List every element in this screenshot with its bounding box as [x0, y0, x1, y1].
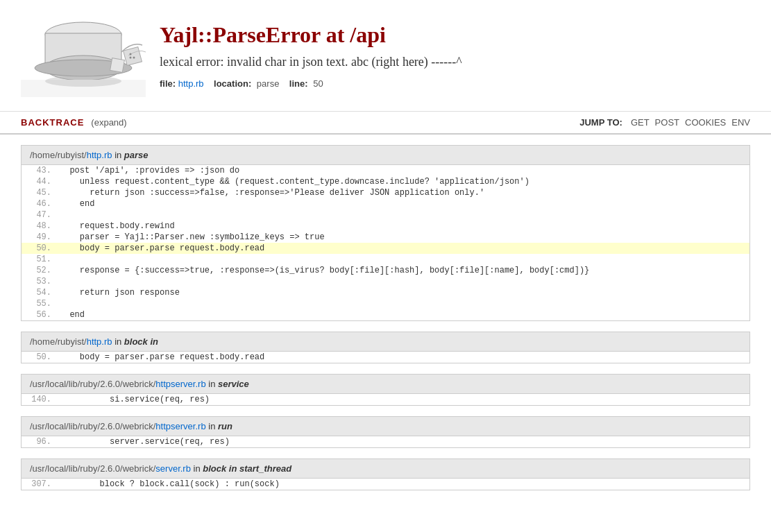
line-number: 43.	[22, 166, 60, 175]
line-number: 44.	[22, 177, 60, 187]
jump-get[interactable]: GET	[631, 117, 650, 128]
svg-point-10	[130, 57, 132, 59]
trace-section-header: /usr/local/lib/ruby/2.6.0/webrick/server…	[21, 458, 750, 479]
error-title: Yajl::ParseError at /api	[160, 22, 750, 48]
line-content: return json response	[60, 288, 749, 298]
trace-section-header: /home/rubyist/http.rb in parse	[21, 145, 750, 165]
line-content: response = {:success=>true, :response=>(…	[60, 266, 749, 275]
line-number: 307.	[22, 479, 60, 489]
error-message: lexical error: invalid char in json text…	[160, 53, 750, 71]
svg-rect-6	[124, 47, 142, 66]
line-number: 55.	[22, 299, 60, 309]
code-line: 55.	[22, 298, 749, 309]
line-content: block ? block.call(sock) : run(sock)	[60, 479, 749, 489]
file-label: file:	[160, 78, 176, 89]
code-line: 140. si.service(req, res)	[22, 394, 749, 405]
nav-right: JUMP TO: GET POST COOKIES ENV	[579, 117, 750, 128]
code-block: 96. server.service(req, res)	[21, 436, 750, 448]
line-label: line:	[289, 78, 308, 89]
line-number: 51.	[22, 255, 60, 264]
file-link[interactable]: http.rb	[178, 78, 204, 89]
line-content: return json :success=>false, :response=>…	[60, 188, 749, 198]
trace-method: parse	[124, 150, 149, 160]
trace-path: /home/rubyist/http.rb	[30, 336, 112, 347]
jump-to-label: JUMP TO:	[579, 117, 622, 128]
trace-path: /usr/local/lib/ruby/2.6.0/webrick/server…	[30, 463, 191, 474]
line-number: 53.	[22, 277, 60, 286]
trace-path: /usr/local/lib/ruby/2.6.0/webrick/httpse…	[30, 421, 206, 431]
line-number: 96.	[22, 437, 60, 447]
code-line: 43. post '/api', :provides => :json do	[22, 165, 749, 176]
line-number: 47.	[22, 210, 60, 220]
code-line: 50. body = parser.parse request.body.rea…	[22, 352, 749, 363]
location-label: location:	[214, 78, 251, 89]
code-line: 52. response = {:success=>true, :respons…	[22, 265, 749, 276]
trace-section-header: /home/rubyist/http.rb in block in	[21, 332, 750, 352]
code-line: 47.	[22, 209, 749, 221]
line-content: unless request.content_type && (request.…	[60, 177, 749, 187]
code-block: 140. si.service(req, res)	[21, 394, 750, 406]
line-content: server.service(req, res)	[60, 437, 749, 447]
line-number: 48.	[22, 221, 60, 231]
line-number: 140.	[22, 395, 60, 404]
svg-point-5	[45, 76, 121, 87]
sinatra-logo	[21, 14, 146, 97]
line-number: 56.	[22, 310, 60, 320]
line-number: 50.	[22, 243, 60, 253]
line-content: post '/api', :provides => :json do	[60, 166, 749, 175]
file-info: file: http.rb location: parse line: 50	[160, 78, 750, 89]
trace-method: run	[218, 421, 232, 431]
line-number: 50.	[22, 352, 60, 362]
trace-path: /usr/local/lib/ruby/2.6.0/webrick/httpse…	[30, 379, 206, 389]
svg-point-8	[130, 53, 132, 55]
error-info: Yajl::ParseError at /api lexical error: …	[160, 22, 750, 88]
trace-file-link[interactable]: server.rb	[155, 463, 191, 474]
trace-file-link[interactable]: httpserver.rb	[155, 421, 205, 431]
line-number: 46.	[22, 199, 60, 209]
code-line: 307. block ? block.call(sock) : run(sock…	[22, 479, 749, 490]
code-line: 46. end	[22, 198, 749, 209]
trace-method: service	[218, 379, 249, 389]
code-line: 54. return json response	[22, 287, 749, 298]
svg-rect-7	[110, 58, 125, 73]
line-content: end	[60, 310, 749, 320]
code-block: 307. block ? block.call(sock) : run(sock…	[21, 479, 750, 490]
code-line: 48. request.body.rewind	[22, 221, 749, 232]
code-line: 51.	[22, 254, 749, 265]
backtrace-label[interactable]: BACKTRACE	[21, 117, 84, 128]
line-number: 45.	[22, 188, 60, 198]
jump-post[interactable]: POST	[655, 117, 679, 128]
line-content: parser = Yajl::Parser.new :symbolize_key…	[60, 232, 749, 242]
code-line: 50. body = parser.parse request.body.rea…	[22, 243, 749, 254]
trace-section-header: /usr/local/lib/ruby/2.6.0/webrick/httpse…	[21, 416, 750, 436]
trace-method: block in	[124, 336, 158, 347]
code-block: 43. post '/api', :provides => :json do44…	[21, 165, 750, 321]
error-header: Yajl::ParseError at /api lexical error: …	[0, 0, 771, 112]
expand-link[interactable]: (expand)	[91, 117, 126, 128]
code-line: 44. unless request.content_type && (requ…	[22, 176, 749, 187]
line-content: end	[60, 199, 749, 209]
code-line: 96. server.service(req, res)	[22, 436, 749, 447]
line-content: request.body.rewind	[60, 221, 749, 231]
trace-file-link[interactable]: http.rb	[87, 336, 112, 347]
nav-bar: BACKTRACE (expand) JUMP TO: GET POST COO…	[0, 112, 771, 135]
nav-left: BACKTRACE (expand)	[21, 117, 127, 128]
line-content: si.service(req, res)	[60, 395, 749, 404]
trace-file-link[interactable]: http.rb	[87, 150, 112, 160]
line-content: body = parser.parse request.body.read	[60, 243, 749, 253]
line-number: 52.	[22, 266, 60, 275]
code-line: 45. return json :success=>false, :respon…	[22, 187, 749, 198]
jump-env[interactable]: ENV	[731, 117, 750, 128]
line-value: 50	[313, 78, 323, 89]
line-content: body = parser.parse request.body.read	[60, 352, 749, 362]
code-line: 56. end	[22, 309, 749, 320]
trace-file-link[interactable]: httpserver.rb	[155, 379, 205, 389]
trace-path: /home/rubyist/http.rb	[30, 150, 112, 160]
location-value: parse	[257, 78, 280, 89]
trace-method: block in start_thread	[203, 463, 291, 474]
svg-point-9	[133, 57, 135, 59]
line-number: 54.	[22, 288, 60, 298]
trace-section-header: /usr/local/lib/ruby/2.6.0/webrick/httpse…	[21, 374, 750, 394]
backtrace-content: /home/rubyist/http.rb in parse43. post '…	[0, 145, 771, 511]
jump-cookies[interactable]: COOKIES	[685, 117, 726, 128]
